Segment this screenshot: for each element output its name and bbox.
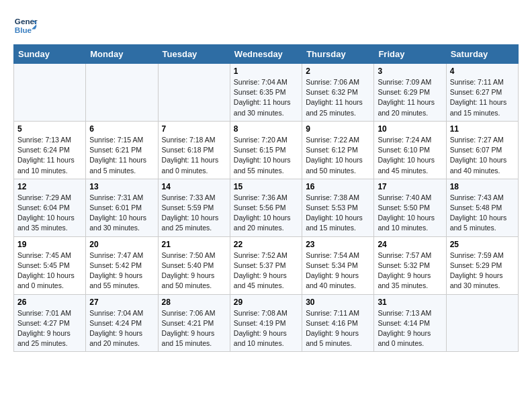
logo: General Blue: [13, 13, 38, 38]
calendar-cell: 15Sunrise: 7:36 AM Sunset: 5:56 PM Dayli…: [230, 179, 302, 236]
calendar-cell: 10Sunrise: 7:24 AM Sunset: 6:10 PM Dayli…: [374, 121, 446, 179]
calendar-cell: 26Sunrise: 7:01 AM Sunset: 4:27 PM Dayli…: [14, 294, 86, 352]
day-info: Sunrise: 7:15 AM Sunset: 6:21 PM Dayligh…: [89, 135, 154, 176]
day-number: 10: [378, 124, 442, 134]
week-row-2: 5Sunrise: 7:13 AM Sunset: 6:24 PM Daylig…: [14, 121, 519, 179]
day-number: 17: [378, 182, 442, 191]
calendar-cell: 14Sunrise: 7:33 AM Sunset: 5:59 PM Dayli…: [158, 179, 230, 236]
day-number: 18: [450, 182, 515, 191]
day-info: Sunrise: 7:08 AM Sunset: 4:19 PM Dayligh…: [234, 308, 298, 349]
day-number: 15: [234, 182, 298, 191]
calendar-cell: 1Sunrise: 7:04 AM Sunset: 6:35 PM Daylig…: [230, 64, 302, 122]
week-row-4: 19Sunrise: 7:45 AM Sunset: 5:45 PM Dayli…: [14, 236, 519, 294]
day-number: 7: [162, 124, 226, 134]
day-number: 25: [450, 240, 515, 249]
day-header-monday: Monday: [86, 45, 158, 64]
day-info: Sunrise: 7:31 AM Sunset: 6:01 PM Dayligh…: [89, 193, 154, 234]
day-number: 11: [450, 124, 515, 134]
calendar-cell: 3Sunrise: 7:09 AM Sunset: 6:29 PM Daylig…: [374, 64, 446, 122]
calendar-header-row: SundayMondayTuesdayWednesdayThursdayFrid…: [14, 45, 519, 64]
day-info: Sunrise: 7:13 AM Sunset: 4:14 PM Dayligh…: [378, 308, 442, 349]
day-number: 30: [306, 298, 370, 307]
calendar-cell: 16Sunrise: 7:38 AM Sunset: 5:53 PM Dayli…: [302, 179, 374, 236]
calendar-cell: 31Sunrise: 7:13 AM Sunset: 4:14 PM Dayli…: [374, 294, 446, 352]
calendar-cell: 27Sunrise: 7:04 AM Sunset: 4:24 PM Dayli…: [86, 294, 158, 352]
day-header-tuesday: Tuesday: [158, 45, 230, 64]
calendar-table: SundayMondayTuesdayWednesdayThursdayFrid…: [13, 44, 519, 352]
day-info: Sunrise: 7:57 AM Sunset: 5:32 PM Dayligh…: [378, 250, 442, 291]
day-number: 6: [89, 124, 154, 134]
calendar-cell: 7Sunrise: 7:18 AM Sunset: 6:18 PM Daylig…: [158, 121, 230, 179]
calendar-cell: 25Sunrise: 7:59 AM Sunset: 5:29 PM Dayli…: [446, 236, 518, 294]
day-info: Sunrise: 7:09 AM Sunset: 6:29 PM Dayligh…: [378, 77, 442, 118]
calendar-cell: 23Sunrise: 7:54 AM Sunset: 5:34 PM Dayli…: [302, 236, 374, 294]
calendar-cell: 2Sunrise: 7:06 AM Sunset: 6:32 PM Daylig…: [302, 64, 374, 122]
day-info: Sunrise: 7:38 AM Sunset: 5:53 PM Dayligh…: [306, 193, 370, 234]
day-info: Sunrise: 7:04 AM Sunset: 4:24 PM Dayligh…: [89, 308, 154, 349]
day-info: Sunrise: 7:06 AM Sunset: 4:21 PM Dayligh…: [162, 308, 226, 349]
calendar-cell: 24Sunrise: 7:57 AM Sunset: 5:32 PM Dayli…: [374, 236, 446, 294]
day-info: Sunrise: 7:18 AM Sunset: 6:18 PM Dayligh…: [162, 135, 226, 176]
calendar-cell: 28Sunrise: 7:06 AM Sunset: 4:21 PM Dayli…: [158, 294, 230, 352]
calendar-cell: 29Sunrise: 7:08 AM Sunset: 4:19 PM Dayli…: [230, 294, 302, 352]
day-info: Sunrise: 7:06 AM Sunset: 6:32 PM Dayligh…: [306, 77, 370, 118]
calendar-cell: 12Sunrise: 7:29 AM Sunset: 6:04 PM Dayli…: [14, 179, 86, 236]
day-number: 16: [306, 182, 370, 191]
calendar-cell: 19Sunrise: 7:45 AM Sunset: 5:45 PM Dayli…: [14, 236, 86, 294]
calendar-cell: 4Sunrise: 7:11 AM Sunset: 6:27 PM Daylig…: [446, 64, 518, 122]
calendar-cell: 13Sunrise: 7:31 AM Sunset: 6:01 PM Dayli…: [86, 179, 158, 236]
day-info: Sunrise: 7:52 AM Sunset: 5:37 PM Dayligh…: [234, 250, 298, 291]
calendar-cell: 18Sunrise: 7:43 AM Sunset: 5:48 PM Dayli…: [446, 179, 518, 236]
day-info: Sunrise: 7:33 AM Sunset: 5:59 PM Dayligh…: [162, 193, 226, 234]
day-header-thursday: Thursday: [302, 45, 374, 64]
day-number: 20: [89, 240, 154, 249]
day-header-sunday: Sunday: [14, 45, 86, 64]
day-info: Sunrise: 7:11 AM Sunset: 4:16 PM Dayligh…: [306, 308, 370, 349]
calendar-cell: 8Sunrise: 7:20 AM Sunset: 6:15 PM Daylig…: [230, 121, 302, 179]
day-info: Sunrise: 7:47 AM Sunset: 5:42 PM Dayligh…: [89, 250, 154, 291]
calendar-cell: 30Sunrise: 7:11 AM Sunset: 4:16 PM Dayli…: [302, 294, 374, 352]
day-info: Sunrise: 7:04 AM Sunset: 6:35 PM Dayligh…: [234, 77, 298, 118]
day-info: Sunrise: 7:43 AM Sunset: 5:48 PM Dayligh…: [450, 193, 515, 234]
calendar-cell: [158, 64, 230, 122]
calendar-cell: 9Sunrise: 7:22 AM Sunset: 6:12 PM Daylig…: [302, 121, 374, 179]
day-number: 4: [450, 66, 515, 76]
header: General Blue: [13, 13, 519, 38]
day-info: Sunrise: 7:40 AM Sunset: 5:50 PM Dayligh…: [378, 193, 442, 234]
day-number: 19: [17, 240, 82, 249]
day-number: 2: [306, 66, 370, 76]
day-number: 9: [306, 124, 370, 134]
calendar-cell: 5Sunrise: 7:13 AM Sunset: 6:24 PM Daylig…: [14, 121, 86, 179]
day-info: Sunrise: 7:20 AM Sunset: 6:15 PM Dayligh…: [234, 135, 298, 176]
calendar-cell: 11Sunrise: 7:27 AM Sunset: 6:07 PM Dayli…: [446, 121, 518, 179]
calendar-cell: 6Sunrise: 7:15 AM Sunset: 6:21 PM Daylig…: [86, 121, 158, 179]
day-info: Sunrise: 7:27 AM Sunset: 6:07 PM Dayligh…: [450, 135, 515, 176]
day-info: Sunrise: 7:22 AM Sunset: 6:12 PM Dayligh…: [306, 135, 370, 176]
day-info: Sunrise: 7:59 AM Sunset: 5:29 PM Dayligh…: [450, 250, 515, 291]
day-number: 23: [306, 240, 370, 249]
calendar-cell: 17Sunrise: 7:40 AM Sunset: 5:50 PM Dayli…: [374, 179, 446, 236]
day-number: 24: [378, 240, 442, 249]
day-number: 13: [89, 182, 154, 191]
logo-icon: General Blue: [13, 13, 38, 38]
day-info: Sunrise: 7:36 AM Sunset: 5:56 PM Dayligh…: [234, 193, 298, 234]
calendar-cell: [446, 294, 518, 352]
calendar-cell: [14, 64, 86, 122]
day-info: Sunrise: 7:01 AM Sunset: 4:27 PM Dayligh…: [17, 308, 82, 349]
day-header-friday: Friday: [374, 45, 446, 64]
calendar-cell: [86, 64, 158, 122]
day-number: 1: [234, 66, 298, 76]
day-number: 21: [162, 240, 226, 249]
day-info: Sunrise: 7:24 AM Sunset: 6:10 PM Dayligh…: [378, 135, 442, 176]
day-info: Sunrise: 7:50 AM Sunset: 5:40 PM Dayligh…: [162, 250, 226, 291]
day-header-saturday: Saturday: [446, 45, 518, 64]
day-info: Sunrise: 7:11 AM Sunset: 6:27 PM Dayligh…: [450, 77, 515, 118]
day-number: 3: [378, 66, 442, 76]
day-info: Sunrise: 7:45 AM Sunset: 5:45 PM Dayligh…: [17, 250, 82, 291]
day-header-wednesday: Wednesday: [230, 45, 302, 64]
day-number: 26: [17, 298, 82, 307]
day-number: 28: [162, 298, 226, 307]
day-number: 5: [17, 124, 82, 134]
week-row-1: 1Sunrise: 7:04 AM Sunset: 6:35 PM Daylig…: [14, 64, 519, 122]
day-info: Sunrise: 7:13 AM Sunset: 6:24 PM Dayligh…: [17, 135, 82, 176]
